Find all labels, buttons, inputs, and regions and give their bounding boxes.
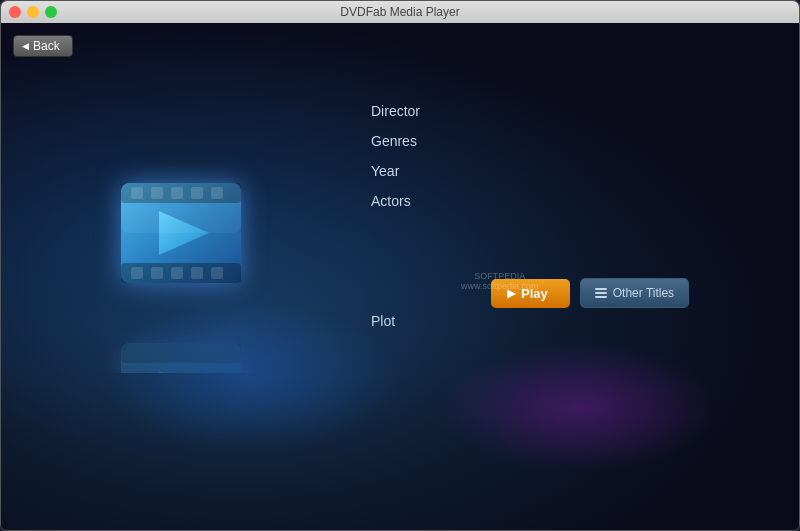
other-titles-button[interactable]: Other Titles — [580, 278, 689, 308]
window-controls — [9, 6, 57, 18]
minimize-button[interactable] — [27, 6, 39, 18]
year-label: Year — [371, 163, 771, 179]
svg-rect-9 — [151, 267, 163, 279]
genres-label: Genres — [371, 133, 771, 149]
svg-rect-16 — [121, 343, 241, 363]
svg-rect-12 — [211, 267, 223, 279]
svg-rect-14 — [121, 183, 241, 233]
film-icon — [101, 153, 261, 313]
svg-rect-8 — [131, 267, 143, 279]
svg-rect-10 — [171, 267, 183, 279]
info-panel: Director Genres Year Actors — [371, 103, 771, 223]
plot-label: Plot — [371, 313, 395, 329]
buttons-area: Play Other Titles — [491, 278, 689, 308]
svg-rect-11 — [191, 267, 203, 279]
main-content: Back — [1, 23, 799, 531]
director-label: Director — [371, 103, 771, 119]
maximize-button[interactable] — [45, 6, 57, 18]
play-button[interactable]: Play — [491, 279, 570, 308]
title-bar: DVDFab Media Player — [1, 1, 799, 23]
close-button[interactable] — [9, 6, 21, 18]
bg-glow-purple — [439, 342, 719, 472]
actors-label: Actors — [371, 193, 771, 209]
list-icon — [595, 288, 607, 298]
window-title: DVDFab Media Player — [340, 5, 459, 19]
other-titles-label: Other Titles — [613, 286, 674, 300]
back-button[interactable]: Back — [13, 35, 73, 57]
film-reflection — [101, 313, 261, 373]
